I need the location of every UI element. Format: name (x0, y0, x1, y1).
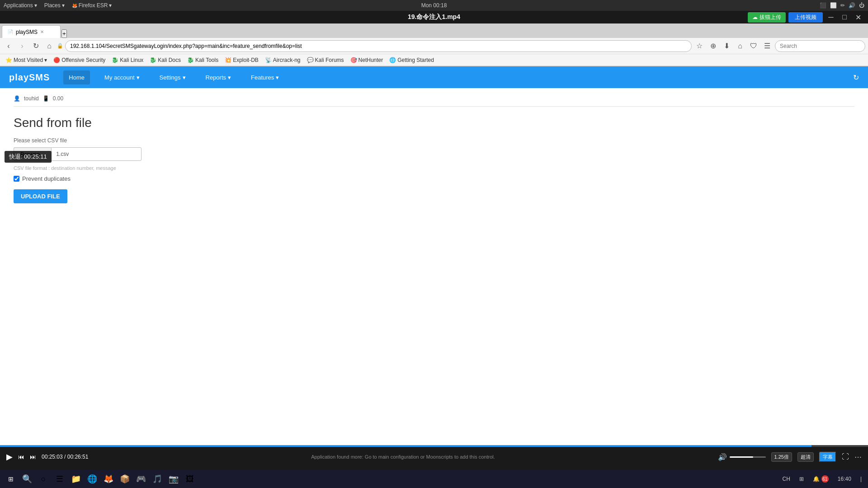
bookmark-offensive-security[interactable]: 🔴 Offensive Security (51, 56, 108, 64)
topbar-left: Applications ▾ Places ▾ 🦊 Firefox ESR ▾ (4, 2, 112, 9)
taskbar-notification-icon[interactable]: 🔔 61 (810, 474, 831, 483)
taskbar-task-view-icon[interactable]: ☰ (52, 472, 67, 486)
os-icon: 🔴 (53, 57, 60, 63)
taskbar-search-icon[interactable]: 🔍 (20, 472, 34, 486)
bookmark-nethunter[interactable]: 🎯 NetHunter (348, 56, 386, 64)
nav-home[interactable]: Home (63, 70, 90, 84)
download-icon[interactable]: ⬇ (721, 40, 732, 52)
more-options-button[interactable]: ⋯ (854, 453, 862, 461)
csv-label: Please select CSV file (14, 137, 854, 144)
page-title: Send from file (14, 116, 854, 130)
nav-features[interactable]: Features ▾ (245, 70, 284, 84)
upload-green-button[interactable]: ☁ 拔猫上传 (748, 12, 786, 23)
video-title: 19.命令注入1.mp4 (408, 13, 460, 21)
player-center-text: Application found more: Go to main confi… (94, 454, 712, 460)
lock-icon: 🔒 (57, 43, 63, 49)
taskbar-show-desktop[interactable]: | (858, 475, 864, 483)
taskbar-start-button[interactable]: ⊞ (4, 472, 18, 486)
taskbar-store-icon[interactable]: 📦 (118, 472, 132, 486)
taskbar-time[interactable]: 16:40 (835, 475, 854, 483)
prevent-duplicates-checkbox[interactable] (14, 176, 19, 182)
places-menu[interactable]: Places ▾ (44, 2, 65, 9)
prev-chapter-button[interactable]: ⏮ (18, 453, 24, 460)
taskbar-game-icon[interactable]: 🎮 (134, 472, 148, 486)
notification-icon: 🔔 (813, 476, 820, 482)
nethunter-icon: 🎯 (350, 57, 357, 63)
topbar-right: ⬛ ⬜ ✏ 🔊 ⏻ (820, 2, 864, 9)
upload-blue-button[interactable]: 上传视频 (788, 12, 823, 23)
menu-icon[interactable]: ☰ (761, 40, 773, 52)
security-icon[interactable]: 🛡 (748, 40, 760, 52)
bookmark-kali-docs[interactable]: 🐉 Kali Docs (147, 56, 184, 64)
fullscreen-button[interactable]: ⛶ (842, 453, 849, 461)
app-navbar: playSMS Home My account ▾ Settings ▾ Rep… (0, 66, 868, 88)
speed-badge[interactable]: 1.25倍 (771, 452, 792, 462)
username: touhid (24, 95, 39, 102)
bookmark-kali-linux[interactable]: 🐉 Kali Linux (109, 56, 146, 64)
bookmark-shield-icon[interactable]: ⊕ (707, 40, 719, 52)
back-button[interactable]: ‹ (3, 40, 14, 52)
play-button[interactable]: ▶ (6, 452, 13, 462)
nav-settings[interactable]: Settings ▾ (154, 70, 191, 84)
browser-menu[interactable]: 🦊 Firefox ESR ▾ (72, 2, 112, 9)
aircrack-icon: 📡 (265, 57, 272, 63)
add-tab-button[interactable]: + (61, 29, 67, 38)
taskbar-firefox-icon[interactable]: 🦊 (101, 472, 116, 486)
nav-reports[interactable]: Reports ▾ (200, 70, 237, 84)
taskbar-photo-icon[interactable]: 🖼 (183, 472, 197, 486)
taskbar-files-icon[interactable]: 📁 (69, 472, 83, 486)
bookmark-exploit-db[interactable]: 💥 Exploit-DB (222, 56, 261, 64)
app-brand: playSMS (9, 72, 50, 83)
docs-icon: 🐉 (150, 57, 156, 63)
titlebar-controls: ☁ 拔猫上传 上传视频 ─ □ ✕ (748, 12, 863, 23)
bookmark-aircrack[interactable]: 📡 Aircrack-ng (262, 56, 303, 64)
bookmark-getting-started[interactable]: 🌐 Getting Started (387, 56, 437, 64)
bookmark-most-visited[interactable]: ⭐ Most Visited ▾ (3, 56, 50, 64)
taskbar-cortana-icon[interactable]: ○ (36, 472, 51, 486)
volume-area: 🔊 (718, 453, 766, 461)
browser-tab-playsms[interactable]: 📄 playSMS ✕ (2, 25, 61, 38)
refresh-icon[interactable]: ↻ (853, 74, 859, 81)
forums-icon: 💬 (307, 57, 314, 63)
nav-my-account[interactable]: My account ▾ (99, 70, 145, 84)
subtitle-badge[interactable]: 字幕 (819, 452, 836, 462)
volume-speaker-icon[interactable]: 🔊 (718, 453, 727, 461)
file-name-display: 1.csv (51, 147, 142, 161)
reload-button[interactable]: ↻ (30, 40, 42, 52)
kali-icon: 🐉 (112, 57, 118, 63)
close-button[interactable]: ✕ (853, 12, 863, 23)
maximize-button[interactable]: □ (839, 12, 850, 23)
volume-fill (730, 456, 753, 458)
show-desktop-icon: | (860, 476, 862, 482)
player-controls: ▶ ⏮ ⏭ 00:25:03 / 00:26:51 Application fo… (0, 447, 868, 467)
home-button[interactable]: ⌂ (43, 40, 55, 52)
browser-tabs-bar: 📄 playSMS ✕ + (0, 23, 868, 38)
video-titlebar: 19.命令注入1.mp4 ☁ 拔猫上传 上传视频 ─ □ ✕ (0, 11, 868, 23)
tab-close-icon[interactable]: ✕ (40, 29, 44, 34)
user-info-bar: 👤 touhid 📱 0.00 (14, 95, 854, 107)
browser-chrome: 📄 playSMS ✕ + ‹ › ↻ ⌂ 🔒 ☆ ⊕ ⬇ ⌂ 🛡 ☰ ⭐ Mo… (0, 23, 868, 66)
file-input-row: Browse... 1.csv (14, 147, 854, 161)
home-nav-icon[interactable]: ⌂ (734, 40, 746, 52)
taskbar-grid[interactable]: ⊞ (797, 475, 807, 483)
bookmark-star-icon[interactable]: ☆ (693, 40, 705, 52)
next-chapter-button[interactable]: ⏭ (30, 453, 36, 460)
power-icon[interactable]: ⏻ (859, 2, 864, 9)
taskbar-browser-icon[interactable]: 🌐 (85, 472, 99, 486)
bookmark-kali-forums[interactable]: 💬 Kali Forums (304, 56, 347, 64)
search-input[interactable] (775, 40, 865, 52)
taskbar-lang[interactable]: CH (780, 475, 793, 483)
taskbar-media-icon[interactable]: 🎵 (150, 472, 165, 486)
taskbar-camera-icon[interactable]: 📷 (166, 472, 181, 486)
forward-button[interactable]: › (16, 40, 28, 52)
taskbar: ⊞ 🔍 ○ ☰ 📁 🌐 🦊 📦 🎮 🎵 📷 🖼 CH ⊞ 🔔 61 16:40 … (0, 470, 868, 488)
video-progress-bar[interactable] (0, 445, 868, 447)
upload-file-button[interactable]: UPLOAD FILE (14, 189, 67, 203)
bookmark-kali-tools[interactable]: 🐉 Kali Tools (184, 56, 221, 64)
applications-menu[interactable]: Applications ▾ (4, 2, 37, 9)
quality-badge[interactable]: 超清 (797, 452, 814, 462)
volume-slider[interactable] (730, 456, 766, 458)
url-bar[interactable] (65, 40, 692, 52)
browser-content: playSMS Home My account ▾ Settings ▾ Rep… (0, 66, 868, 445)
minimize-button[interactable]: ─ (826, 12, 836, 23)
